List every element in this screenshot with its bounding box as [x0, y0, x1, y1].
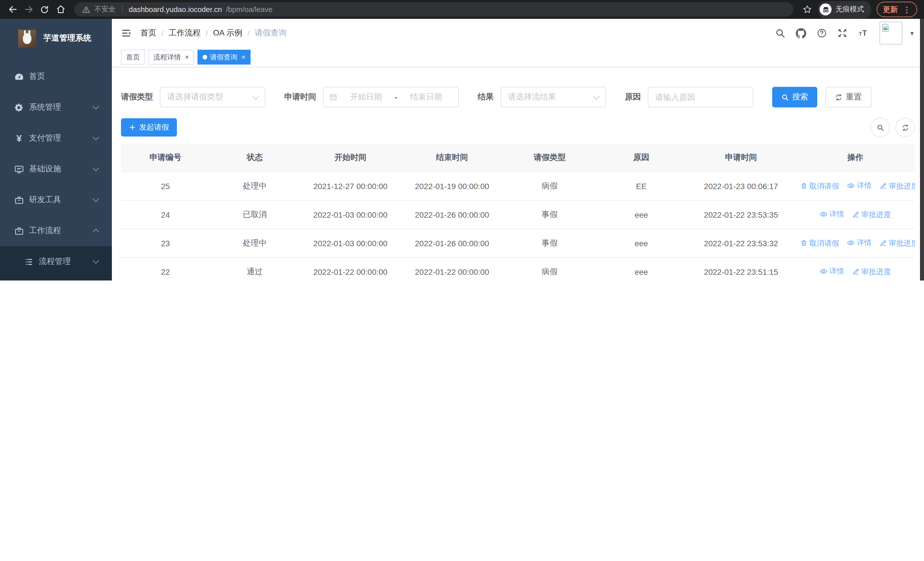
cell-status: 处理中	[210, 229, 300, 257]
column-header: 结束时间	[401, 144, 503, 171]
sidebar-item-研发工具[interactable]: 研发工具	[0, 185, 112, 215]
cell-id: 24	[121, 200, 210, 229]
tab-流程详情[interactable]: 流程详情×	[148, 50, 194, 65]
action-detail-link[interactable]: 详情	[847, 238, 872, 248]
cell-type: 病假	[503, 171, 596, 200]
trash-icon	[801, 182, 808, 190]
tab-请假查询[interactable]: 请假查询×	[198, 50, 250, 65]
sidebar-item-任务管理[interactable]: 任务管理	[0, 277, 112, 281]
result-placeholder: 请选择流结果	[508, 92, 594, 102]
cell-start: 2021-12-27 00:00:00	[300, 171, 401, 200]
tab-首页[interactable]: 首页	[121, 50, 145, 65]
help-icon[interactable]	[817, 28, 827, 38]
cell-end: 2022-01-19 00:00:00	[401, 171, 503, 200]
cell-reason: EE	[596, 171, 686, 200]
breadcrumb-item[interactable]: OA 示例	[213, 28, 243, 38]
action-label: 详情	[829, 209, 844, 220]
cell-actions: 取消请假详情审批进度	[796, 229, 915, 257]
column-header: 原因	[596, 144, 686, 171]
search-button[interactable]: 搜索	[772, 87, 817, 107]
app-shell: 芋道管理系统 首页系统管理¥支付管理基础设施研发工具工作流程流程管理任务管理我的…	[0, 19, 924, 281]
table-row: 22通过2022-01-22 00:00:002022-01-22 00:00:…	[121, 257, 915, 281]
cell-start: 2022-01-03 00:00:00	[300, 229, 401, 257]
create-leave-button[interactable]: 发起请假	[121, 118, 177, 137]
action-progress-link[interactable]: 审批进度	[852, 266, 891, 277]
font-size-icon[interactable]: TT	[858, 28, 869, 38]
action-label: 取消请假	[810, 181, 839, 191]
result-select[interactable]: 请选择流结果	[501, 87, 606, 107]
cell-applied: 2022-01-23 00:06:17	[686, 171, 796, 200]
refresh-table-button[interactable]	[896, 118, 915, 137]
github-icon[interactable]	[796, 28, 806, 39]
screen: 不安全 dashboard.yudao.iocoder.cn/bpm/oa/le…	[0, 0, 924, 281]
close-icon[interactable]: ×	[242, 54, 245, 60]
logo-image	[18, 29, 36, 47]
breadcrumb-separator: /	[248, 29, 249, 38]
chevron-down-icon	[93, 196, 99, 202]
end-date-placeholder: 结束日期	[400, 92, 453, 102]
apply-time-range-picker[interactable]: 开始日期 - 结束日期	[323, 87, 459, 107]
sidebar-item-首页[interactable]: 首页	[0, 61, 112, 92]
cell-end: 2022-01-26 00:00:00	[401, 229, 503, 257]
leave-type-label: 请假类型	[121, 92, 153, 102]
browser-reload-button[interactable]	[38, 3, 51, 16]
cell-id: 22	[121, 257, 210, 281]
avatar[interactable]	[879, 22, 902, 45]
cell-id: 23	[121, 229, 210, 257]
top-navbar: 首页/工作流程/OA 示例/请假查询 TT ▼	[112, 19, 924, 47]
breadcrumb-item: 请假查询	[255, 28, 286, 38]
action-cancel-link[interactable]: 取消请假	[801, 181, 839, 191]
column-header: 申请时间	[686, 144, 796, 171]
reset-button[interactable]: 重置	[825, 87, 872, 107]
browser-menu-icon[interactable]: ⋮	[903, 5, 911, 14]
reload-icon	[40, 5, 49, 14]
cell-reason: eee	[596, 200, 686, 229]
breadcrumb-item[interactable]: 工作流程	[169, 28, 201, 38]
sidebar-collapse-icon[interactable]	[121, 28, 131, 38]
eye-icon	[819, 210, 828, 218]
edit-pen-icon	[852, 268, 860, 275]
action-detail-link[interactable]: 详情	[819, 209, 844, 220]
browser-update-button[interactable]: 更新 ⋮	[877, 2, 917, 17]
reason-input[interactable]	[648, 87, 753, 107]
bookmark-star-icon[interactable]	[802, 5, 812, 14]
start-date-placeholder: 开始日期	[340, 92, 392, 102]
leave-type-select[interactable]: 请选择请假类型	[160, 87, 266, 107]
toggle-search-button[interactable]	[870, 118, 890, 137]
close-icon[interactable]: ×	[185, 54, 189, 60]
table-row: 24已取消2022-01-03 00:00:002022-01-26 00:00…	[121, 200, 915, 229]
avatar-caret-icon[interactable]: ▼	[909, 30, 915, 36]
incognito-badge: 无痕模式	[818, 1, 871, 18]
app-logo[interactable]: 芋道管理系统	[0, 21, 112, 56]
search-form: 请假类型 请选择请假类型 申请时间 开始日期 - 结束日期 结果 请选择流结果	[121, 87, 915, 107]
sidebar-item-系统管理[interactable]: 系统管理	[0, 92, 112, 123]
sidebar-item-label: 流程管理	[39, 257, 71, 267]
browser-home-button[interactable]	[54, 3, 68, 16]
url-host: dashboard.yudao.iocoder.cn	[129, 5, 222, 14]
fullscreen-icon[interactable]	[837, 28, 848, 38]
cell-reason: eee	[596, 257, 686, 281]
sidebar-item-基础设施[interactable]: 基础设施	[0, 154, 112, 185]
sidebar-item-流程管理[interactable]: 流程管理	[0, 246, 112, 277]
address-bar[interactable]: 不安全 dashboard.yudao.iocoder.cn/bpm/oa/le…	[74, 2, 793, 17]
column-header: 开始时间	[300, 144, 401, 171]
cell-reason: eee	[596, 229, 686, 257]
plus-icon	[129, 124, 136, 131]
sidebar-item-工作流程[interactable]: 工作流程	[0, 215, 112, 246]
action-detail-link[interactable]: 详情	[847, 180, 872, 191]
action-progress-link[interactable]: 审批进度	[852, 209, 891, 220]
browser-toolbar-right: 无痕模式 更新 ⋮	[802, 1, 917, 18]
action-progress-link[interactable]: 审批进度	[880, 238, 915, 248]
browser-scrollbar[interactable]	[920, 19, 924, 281]
action-cancel-link[interactable]: 取消请假	[801, 238, 839, 248]
navbar-tools: TT ▼	[775, 22, 915, 45]
breadcrumb-item[interactable]: 首页	[140, 28, 156, 38]
browser-back-button[interactable]	[6, 3, 20, 16]
search-icon[interactable]	[775, 28, 785, 38]
action-label: 取消请假	[810, 238, 839, 248]
action-detail-link[interactable]: 详情	[819, 266, 844, 277]
browser-forward-button[interactable]	[22, 3, 35, 16]
tags-view: 首页流程详情×请假查询×	[112, 47, 924, 68]
sidebar-item-支付管理[interactable]: ¥支付管理	[0, 123, 112, 154]
action-progress-link[interactable]: 审批进度	[880, 181, 915, 191]
